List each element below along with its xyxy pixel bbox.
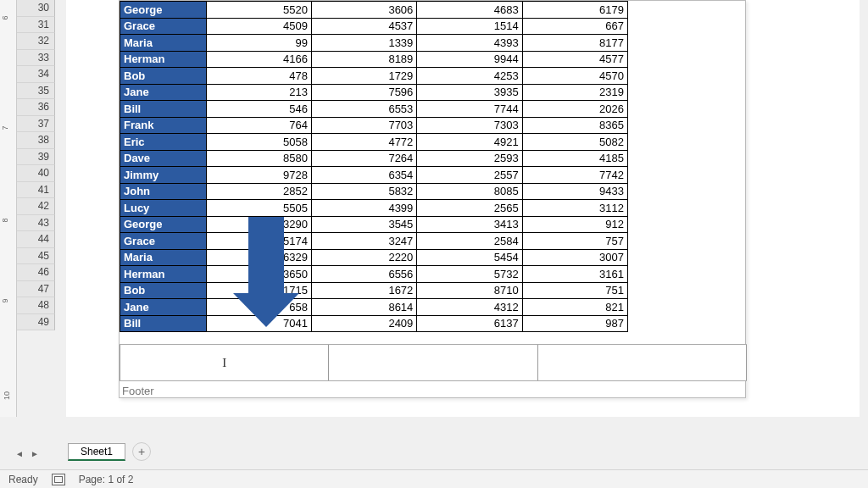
row-header[interactable]: 49: [17, 314, 55, 331]
table-row[interactable]: John2852583280859433: [120, 183, 628, 200]
record-macro-icon[interactable]: [52, 474, 65, 485]
value-cell[interactable]: 4577: [522, 51, 627, 68]
value-cell[interactable]: 9728: [206, 167, 311, 184]
vertical-scrollbar[interactable]: [860, 0, 868, 417]
table-row[interactable]: Lucy5505439925653112: [120, 200, 628, 217]
value-cell[interactable]: 6556: [312, 266, 417, 283]
value-cell[interactable]: 5832: [312, 183, 417, 200]
name-cell[interactable]: Bill: [120, 315, 207, 332]
value-cell[interactable]: 821: [522, 299, 627, 316]
value-cell[interactable]: 6137: [417, 315, 522, 332]
value-cell[interactable]: 4772: [312, 134, 417, 151]
value-cell[interactable]: 4185: [522, 150, 627, 167]
value-cell[interactable]: 2557: [417, 167, 522, 184]
add-sheet-button[interactable]: +: [132, 442, 151, 461]
table-row[interactable]: Jane65886144312821: [120, 299, 628, 316]
value-cell[interactable]: 667: [522, 18, 627, 35]
value-cell[interactable]: 4570: [522, 68, 627, 85]
row-header[interactable]: 34: [17, 66, 55, 83]
table-row[interactable]: Frank764770373038365: [120, 117, 628, 134]
value-cell[interactable]: 3247: [312, 233, 417, 250]
value-cell[interactable]: 764: [206, 117, 311, 134]
value-cell[interactable]: 1729: [312, 68, 417, 85]
footer-left[interactable]: I: [120, 345, 329, 380]
value-cell[interactable]: 3545: [312, 216, 417, 233]
value-cell[interactable]: 2319: [522, 84, 627, 101]
data-table[interactable]: George5520360646836179Grace4509453715146…: [120, 1, 628, 332]
value-cell[interactable]: 658: [206, 299, 311, 316]
value-cell[interactable]: 4537: [312, 18, 417, 35]
name-cell[interactable]: Bob: [120, 282, 207, 299]
table-row[interactable]: Bill704124096137987: [120, 315, 628, 332]
name-cell[interactable]: Herman: [120, 51, 207, 68]
value-cell[interactable]: 2220: [312, 249, 417, 266]
table-row[interactable]: Jane213759639352319: [120, 84, 628, 101]
value-cell[interactable]: 4921: [417, 134, 522, 151]
value-cell[interactable]: 8085: [417, 183, 522, 200]
value-cell[interactable]: 6329: [206, 249, 311, 266]
value-cell[interactable]: 9944: [417, 51, 522, 68]
name-cell[interactable]: Bob: [120, 68, 207, 85]
value-cell[interactable]: 2593: [417, 150, 522, 167]
value-cell[interactable]: 6553: [312, 101, 417, 118]
value-cell[interactable]: 7744: [417, 101, 522, 118]
row-header[interactable]: 30: [17, 0, 55, 17]
value-cell[interactable]: 7264: [312, 150, 417, 167]
value-cell[interactable]: 3606: [312, 2, 417, 19]
name-cell[interactable]: Dave: [120, 150, 207, 167]
value-cell[interactable]: 3112: [522, 200, 627, 217]
row-header[interactable]: 32: [17, 33, 55, 50]
name-cell[interactable]: Eric: [120, 134, 207, 151]
value-cell[interactable]: 2852: [206, 183, 311, 200]
row-header[interactable]: 48: [17, 297, 55, 314]
value-cell[interactable]: 912: [522, 216, 627, 233]
table-row[interactable]: Bill546655377442026: [120, 101, 628, 118]
name-cell[interactable]: Frank: [120, 117, 207, 134]
value-cell[interactable]: 3007: [522, 249, 627, 266]
name-cell[interactable]: Jane: [120, 299, 207, 316]
value-cell[interactable]: 8614: [312, 299, 417, 316]
name-cell[interactable]: John: [120, 183, 207, 200]
value-cell[interactable]: 5732: [417, 266, 522, 283]
value-cell[interactable]: 99: [206, 35, 311, 52]
scroll-left-icon[interactable]: ◄: [12, 446, 27, 461]
value-cell[interactable]: 9433: [522, 183, 627, 200]
row-header[interactable]: 42: [17, 198, 55, 215]
value-cell[interactable]: 4683: [417, 2, 522, 19]
value-cell[interactable]: 4312: [417, 299, 522, 316]
value-cell[interactable]: 7596: [312, 84, 417, 101]
value-cell[interactable]: 3161: [522, 266, 627, 283]
value-cell[interactable]: 213: [206, 84, 311, 101]
value-cell[interactable]: 4253: [417, 68, 522, 85]
footer-area[interactable]: I: [120, 344, 747, 381]
name-cell[interactable]: Maria: [120, 249, 207, 266]
table-row[interactable]: Grace450945371514667: [120, 18, 628, 35]
table-row[interactable]: Grace517432472584757: [120, 233, 628, 250]
value-cell[interactable]: 8710: [417, 282, 522, 299]
value-cell[interactable]: 7041: [206, 315, 311, 332]
name-cell[interactable]: Jane: [120, 84, 207, 101]
table-row[interactable]: George329035453413912: [120, 216, 628, 233]
table-row[interactable]: Bob171516728710751: [120, 282, 628, 299]
table-row[interactable]: Maria6329222054543007: [120, 249, 628, 266]
table-row[interactable]: Dave8580726425934185: [120, 150, 628, 167]
value-cell[interactable]: 8177: [522, 35, 627, 52]
value-cell[interactable]: 7303: [417, 117, 522, 134]
value-cell[interactable]: 6354: [312, 167, 417, 184]
value-cell[interactable]: 1514: [417, 18, 522, 35]
value-cell[interactable]: 4166: [206, 51, 311, 68]
table-row[interactable]: Maria99133943938177: [120, 35, 628, 52]
value-cell[interactable]: 7742: [522, 167, 627, 184]
value-cell[interactable]: 5058: [206, 134, 311, 151]
row-header[interactable]: 33: [17, 50, 55, 67]
row-header[interactable]: 44: [17, 231, 55, 248]
value-cell[interactable]: 1339: [312, 35, 417, 52]
value-cell[interactable]: 5520: [206, 2, 311, 19]
row-header[interactable]: 35: [17, 83, 55, 100]
name-cell[interactable]: Maria: [120, 35, 207, 52]
sheet-tab-active[interactable]: Sheet1: [68, 443, 125, 461]
value-cell[interactable]: 5174: [206, 233, 311, 250]
table-row[interactable]: George5520360646836179: [120, 2, 628, 19]
value-cell[interactable]: 5454: [417, 249, 522, 266]
value-cell[interactable]: 6179: [522, 2, 627, 19]
